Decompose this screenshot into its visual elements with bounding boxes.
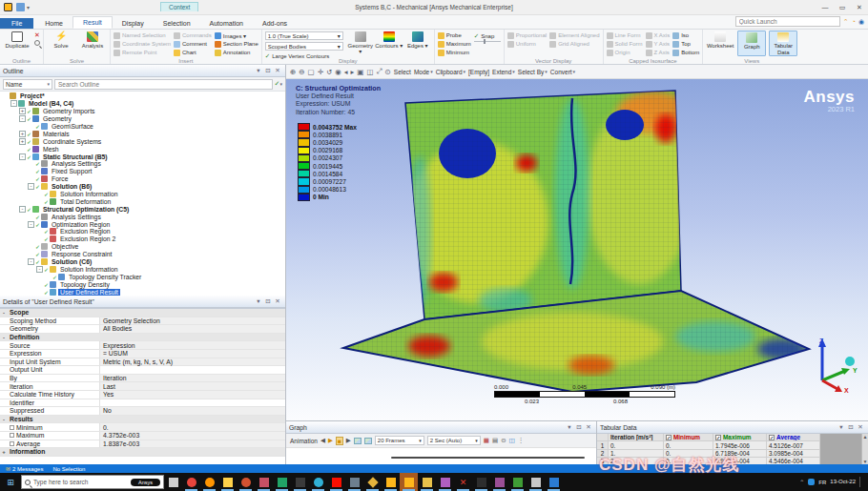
tree-expander-icon[interactable]: - — [36, 266, 43, 273]
maximum-button[interactable]: Maximum — [438, 40, 471, 48]
puzzle-app-icon[interactable] — [436, 473, 454, 491]
graph-canvas[interactable] — [286, 448, 596, 464]
mode-button[interactable]: Mode▾ — [414, 69, 433, 75]
contour-bar-icon[interactable]: ◫ — [509, 437, 515, 444]
bottom-button[interactable]: Bottom — [672, 49, 699, 56]
search-outline-input[interactable] — [54, 79, 273, 90]
tree-item-optimization-region[interactable]: -✓Optimization Region — [0, 220, 285, 228]
start-button[interactable]: ⊞ — [0, 478, 21, 487]
property-value[interactable]: Last — [99, 382, 285, 390]
timeline-track[interactable] — [391, 457, 585, 459]
filter-favorites-icon[interactable]: ✓▾ — [275, 80, 282, 88]
powerpoint-icon[interactable] — [237, 473, 255, 491]
tree-expander-icon[interactable]: + — [19, 138, 26, 145]
wireframe-icon[interactable]: ◫ — [366, 68, 373, 76]
panel-menu-icon[interactable]: ▾ — [254, 297, 263, 305]
tabular-scrollbar[interactable]: ▲▼ — [861, 434, 868, 464]
tree-expander-icon[interactable]: - — [28, 258, 34, 265]
iteration-cell[interactable]: 2. — [609, 458, 664, 464]
section-plane-button[interactable]: Section Plane — [215, 40, 258, 48]
panel-menu-icon[interactable]: ▾ — [837, 423, 846, 431]
photos-icon[interactable] — [255, 473, 273, 491]
tree-item-exclusion-region[interactable]: ✓Exclusion Region — [0, 228, 285, 235]
firefox-icon[interactable] — [200, 473, 218, 491]
display-slider[interactable] — [474, 41, 501, 42]
messages-count[interactable]: 2 Messages — [12, 466, 43, 472]
tree-item-model-b4-c4-[interactable]: -Model (B4, C4) — [0, 100, 285, 108]
graph-button[interactable]: Graph — [737, 31, 766, 56]
details-section-information[interactable]: +Information — [0, 448, 285, 457]
collapse-ribbon-icon[interactable]: ⌃ — [843, 18, 849, 26]
scale-dropdown[interactable]: 1.0 (True Scale)▾ — [265, 31, 343, 40]
minimum-cell[interactable]: 0. — [664, 458, 713, 464]
tree-expander-icon[interactable]: - — [19, 153, 26, 160]
duplicate-button[interactable]: Duplicate — [3, 31, 31, 56]
chat-icon[interactable] — [345, 473, 363, 491]
show-desktop-button[interactable] — [859, 477, 864, 487]
tree-item-materials[interactable]: +✓Materials — [0, 130, 285, 137]
tree-expander-icon[interactable]: - — [28, 183, 34, 190]
tree-item-geom-surface[interactable]: ✓Geom\Surface — [0, 123, 285, 131]
find-icon[interactable] — [34, 40, 40, 46]
remote-point-button[interactable]: Remote Point — [114, 49, 171, 56]
section-expander-icon[interactable]: - — [0, 310, 8, 316]
z-axis-button[interactable]: Z Axis — [646, 49, 671, 56]
palette-icon[interactable]: ▦ — [484, 437, 489, 444]
panel-close-icon[interactable]: ✕ — [273, 67, 282, 74]
tree-item-topology-density[interactable]: ✓Topology Density — [0, 280, 285, 288]
fit-icon[interactable]: ▣ — [357, 68, 363, 76]
clock-date[interactable]: 13-Oct-22 — [830, 479, 856, 485]
checkbox-icon[interactable]: ✓ — [769, 435, 775, 440]
console-app-icon[interactable] — [472, 473, 490, 491]
table-row[interactable]: 32.0.9.9202e-0044.5466e-004 — [597, 458, 868, 464]
grid-app-icon[interactable] — [527, 473, 545, 491]
license-key-icon[interactable] — [418, 473, 436, 491]
uniform-button[interactable]: Uniform — [507, 40, 547, 48]
average-cell[interactable]: 4.5466e-004 — [767, 458, 820, 464]
quick-access-dropdown-icon[interactable]: ▾ — [27, 4, 30, 10]
options-icon[interactable]: ◔ — [852, 18, 856, 25]
filter-type-dropdown[interactable]: Name▾ — [3, 79, 52, 90]
comment-button[interactable]: Comment — [174, 40, 212, 48]
line-form-button[interactable]: Line Form — [607, 31, 643, 39]
export-video-icon[interactable] — [354, 438, 362, 444]
panel-undock-icon[interactable]: ⊡ — [263, 67, 273, 74]
help-icon[interactable]: ◉ — [858, 18, 864, 26]
export-image-icon[interactable] — [364, 438, 372, 444]
tree-item-exclusion-region-2[interactable]: ✓Exclusion Region 2 — [0, 235, 285, 243]
section-expander-icon[interactable]: + — [0, 449, 8, 455]
panel-undock-icon[interactable]: ⊡ — [574, 423, 584, 431]
scoped-bodies-dropdown[interactable]: Scoped Bodies▾ — [265, 42, 343, 51]
search-suggestion-pill[interactable]: Ansys — [131, 479, 160, 486]
look-at-icon[interactable]: ◉ — [335, 68, 341, 76]
solve-button[interactable]: ⚡ Solve — [47, 31, 75, 56]
checkbox-icon[interactable] — [10, 433, 14, 438]
ansys-launcher-icon[interactable] — [382, 473, 400, 491]
worksheet-button[interactable]: Worksheet — [706, 31, 734, 56]
duration-dropdown[interactable]: 2 Sec (Auto)▾ — [427, 436, 481, 445]
table-row[interactable]: 10.0.1.7945e-0064.5126e-007 — [597, 441, 868, 449]
language-indicator[interactable]: FR — [818, 480, 826, 485]
property-value[interactable]: 1.8387e-003 — [99, 440, 285, 448]
property-value[interactable]: Expression — [99, 341, 285, 349]
tree-expander-icon[interactable]: - — [19, 206, 26, 213]
tree-item-solution-c6-[interactable]: -✓Solution (C6) — [0, 258, 285, 266]
tree-item-coordinate-systems[interactable]: +✓Coordinate Systems — [0, 137, 285, 145]
file-explorer-icon[interactable] — [218, 473, 237, 491]
property-value[interactable]: 4.3752e-003 — [99, 432, 285, 440]
tree-expander-icon[interactable]: - — [28, 221, 34, 228]
details-section-scope[interactable]: -Scope — [0, 309, 285, 317]
panel-menu-icon[interactable]: ▾ — [254, 67, 263, 74]
-empty--button[interactable]: [Empty] — [468, 69, 489, 75]
tree-item-analysis-settings[interactable]: ✓Analysis Settings — [0, 213, 285, 220]
iteration-cell[interactable]: 0. — [609, 441, 664, 449]
select-by-button[interactable]: Select By▾ — [518, 69, 548, 75]
tray-expand-icon[interactable]: ⌃ — [799, 479, 804, 485]
commands-button[interactable]: Commands — [174, 31, 212, 39]
tab-home[interactable]: Home — [35, 18, 72, 29]
analysis-button[interactable]: Analysis — [78, 31, 107, 56]
tree-item-force[interactable]: ✓Force — [0, 175, 285, 183]
maximum-cell[interactable]: 1.7945e-006 — [713, 441, 767, 449]
tree-item-user-defined-result[interactable]: ✓User Defined Result — [0, 288, 285, 296]
magnifier-icon[interactable]: ⊙ — [385, 68, 391, 76]
